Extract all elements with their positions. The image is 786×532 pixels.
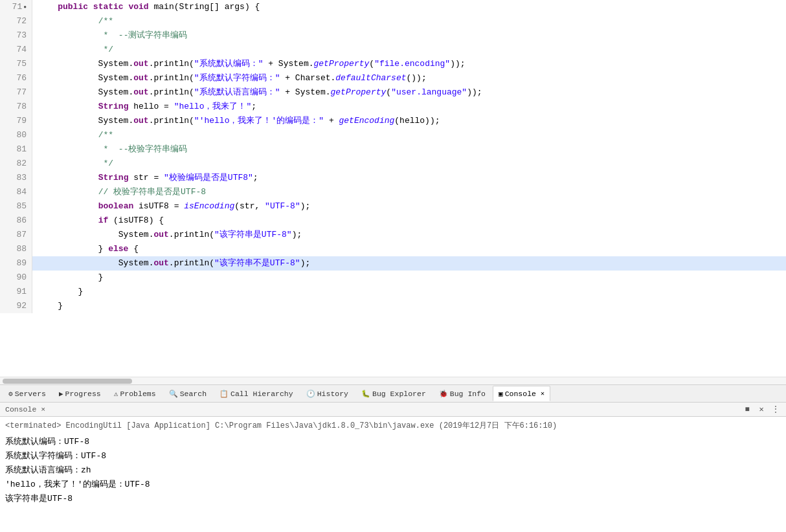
code-line: 79 System.out.println("'hello，我来了！'的编码是：… <box>0 114 786 128</box>
code-line: 82 */ <box>0 157 786 171</box>
code-line: 87 System.out.println("该字符串是UTF-8"); <box>0 228 786 242</box>
console-toolbar-right: ■ ✕ ⋮ <box>742 405 781 415</box>
line-number: 83 <box>0 171 32 185</box>
tab-problems[interactable]: ⚠Problems <box>108 386 162 401</box>
line-code: * --校验字符串编码 <box>32 142 786 157</box>
tab-bug-explorer[interactable]: 🐛Bug Explorer <box>355 386 432 401</box>
code-line: 86 if (isUTF8) { <box>0 214 786 228</box>
line-number: 90 <box>0 271 32 285</box>
line-number: 82 <box>0 157 32 171</box>
line-number: 75 <box>0 57 32 71</box>
progress-icon: ▶ <box>59 390 63 398</box>
console-area: Console × ■ ✕ ⋮ <terminated> EncodingUti… <box>0 403 786 532</box>
line-number: 79 <box>0 114 32 128</box>
call-hierarchy-label: Call Hierarchy <box>230 390 293 398</box>
code-line: 84 // 校验字符串是否是UTF-8 <box>0 185 786 199</box>
line-number: 80 <box>0 128 32 142</box>
line-number: 89 <box>0 256 32 271</box>
code-content: 71● public static void main(String[] arg… <box>0 0 786 377</box>
line-code: if (isUTF8) { <box>32 214 786 228</box>
code-line: 81 * --校验字符串编码 <box>0 142 786 157</box>
bug-explorer-icon: 🐛 <box>361 390 370 398</box>
line-number: 84 <box>0 185 32 199</box>
code-line: 80 /** <box>0 128 786 142</box>
console-icon: ▣ <box>499 390 503 398</box>
line-code: System.out.println("该字符串不是UTF-8"); <box>32 256 786 271</box>
bug-info-label: Bug Info <box>450 390 486 398</box>
call-hierarchy-icon: 📋 <box>219 390 229 398</box>
line-number: 81 <box>0 142 32 157</box>
tab-servers[interactable]: ⚙Servers <box>3 386 52 401</box>
search-label: Search <box>180 390 207 398</box>
console-header-label: Console × <box>5 405 45 414</box>
line-code: } else { <box>32 242 786 256</box>
history-label: History <box>317 390 348 398</box>
bug-explorer-label: Bug Explorer <box>372 390 426 398</box>
line-number: 78 <box>0 100 32 114</box>
bottom-tabs-bar: ⚙Servers▶Progress⚠Problems🔍Search📋Call H… <box>0 384 786 403</box>
line-number: 76 <box>0 71 32 85</box>
close-console-button[interactable]: ✕ <box>756 405 767 415</box>
code-line: 71● public static void main(String[] arg… <box>0 0 786 14</box>
terminated-line: <terminated> EncodingUtil [Java Applicat… <box>5 419 781 432</box>
console-output-line: 系统默认编码：UTF-8 <box>5 435 781 449</box>
console-header: Console × ■ ✕ ⋮ <box>0 403 786 417</box>
line-number: 74 <box>0 43 32 57</box>
line-code: /** <box>32 14 786 28</box>
line-number: 73 <box>0 28 32 43</box>
servers-icon: ⚙ <box>8 390 13 398</box>
code-editor: 71● public static void main(String[] arg… <box>0 0 786 384</box>
console-output-line: 系统默认语言编码：zh <box>5 463 781 478</box>
line-number: 88 <box>0 242 32 256</box>
line-code: } <box>32 271 786 285</box>
console-settings-button[interactable]: ⋮ <box>770 405 781 415</box>
line-number: 92 <box>0 299 32 313</box>
line-code: System.out.println("'hello，我来了！'的编码是：" +… <box>32 114 786 128</box>
code-line: 72 /** <box>0 14 786 28</box>
horizontal-scrollbar[interactable] <box>0 377 786 384</box>
line-number: 85 <box>0 199 32 214</box>
line-number: 77 <box>0 85 32 100</box>
tab-search[interactable]: 🔍Search <box>163 386 212 401</box>
line-code: /** <box>32 128 786 142</box>
line-code: * --测试字符串编码 <box>32 28 786 43</box>
line-code: } <box>32 285 786 299</box>
servers-label: Servers <box>15 390 46 398</box>
code-line: 91 } <box>0 285 786 299</box>
tab-call-hierarchy[interactable]: 📋Call Hierarchy <box>214 386 299 401</box>
tab-progress[interactable]: ▶Progress <box>53 386 107 401</box>
problems-icon: ⚠ <box>114 390 118 398</box>
code-line: 89 System.out.println("该字符串不是UTF-8"); <box>0 256 786 271</box>
scrollbar-thumb[interactable] <box>3 379 132 384</box>
console-output-line: 该字符串是UTF-8 <box>5 492 781 506</box>
code-line: 77 System.out.println("系统默认语言编码：" + Syst… <box>0 85 786 100</box>
line-code: System.out.println("该字符串是UTF-8"); <box>32 228 786 242</box>
line-code: String str = "校验编码是否是UTF8"; <box>32 171 786 185</box>
code-line: 75 System.out.println("系统默认编码：" + System… <box>0 57 786 71</box>
tab-bug-info[interactable]: 🐞Bug Info <box>433 386 491 401</box>
search-icon: 🔍 <box>169 390 178 398</box>
line-number: 86 <box>0 214 32 228</box>
problems-label: Problems <box>120 390 155 398</box>
console-output-line: 'hello，我来了！'的编码是：UTF-8 <box>5 478 781 492</box>
line-code: } <box>32 299 786 313</box>
line-number: 91 <box>0 285 32 299</box>
line-code: boolean isUTF8 = isEncoding(str, "UTF-8"… <box>32 199 786 214</box>
progress-label: Progress <box>65 390 101 398</box>
tab-console[interactable]: ▣Console✕ <box>493 386 550 401</box>
line-code: System.out.println("系统默认字符编码：" + Charset… <box>32 71 786 85</box>
line-number: 72 <box>0 14 32 28</box>
line-number: 87 <box>0 228 32 242</box>
tab-history[interactable]: 🕐History <box>300 386 354 401</box>
line-code: */ <box>32 157 786 171</box>
tab-close-icon[interactable]: ✕ <box>541 390 545 397</box>
line-code: // 校验字符串是否是UTF-8 <box>32 185 786 199</box>
console-label: Console <box>505 390 536 398</box>
line-code: public static void main(String[] args) { <box>32 0 786 14</box>
code-line: 88 } else { <box>0 242 786 256</box>
code-line: 92 } <box>0 299 786 313</box>
code-line: 83 String str = "校验编码是否是UTF8"; <box>0 171 786 185</box>
code-line: 85 boolean isUTF8 = isEncoding(str, "UTF… <box>0 199 786 214</box>
stop-button[interactable]: ■ <box>742 405 752 415</box>
code-line: 73 * --测试字符串编码 <box>0 28 786 43</box>
